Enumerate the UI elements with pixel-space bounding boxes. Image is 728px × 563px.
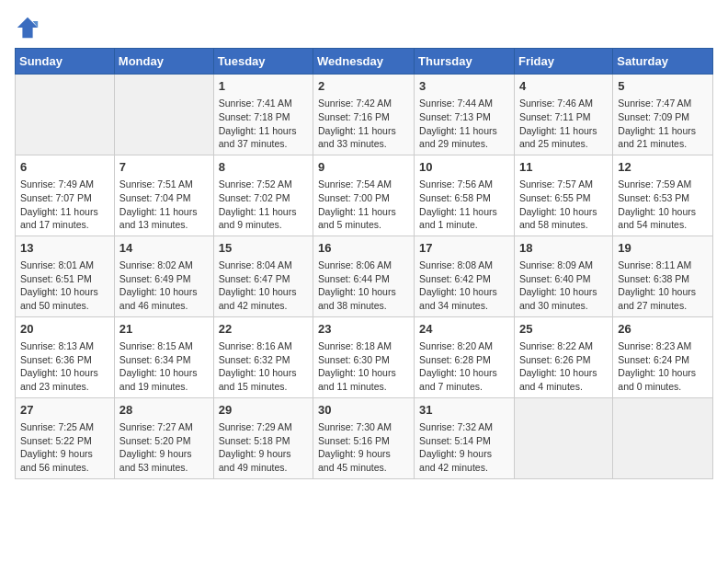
calendar-cell: 1Sunrise: 7:41 AMSunset: 7:18 PMDaylight…	[213, 75, 313, 155]
sunrise-text: Sunrise: 8:09 AM	[519, 259, 593, 270]
sunrise-text: Sunrise: 7:47 AM	[618, 98, 691, 109]
sunset-text: Sunset: 5:14 PM	[419, 435, 491, 446]
calendar-cell: 16Sunrise: 8:06 AMSunset: 6:44 PMDayligh…	[313, 236, 415, 316]
daylight-text: Daylight: 10 hours and 46 minutes.	[119, 286, 198, 311]
sunrise-text: Sunrise: 8:15 AM	[119, 340, 193, 351]
daylight-text: Daylight: 9 hours and 42 minutes.	[419, 448, 492, 473]
sunset-text: Sunset: 6:44 PM	[318, 273, 390, 284]
day-number: 27	[20, 402, 109, 419]
sunrise-text: Sunrise: 8:20 AM	[419, 340, 493, 351]
daylight-text: Daylight: 11 hours and 9 minutes.	[219, 206, 297, 231]
sunset-text: Sunset: 6:28 PM	[419, 354, 491, 365]
sunset-text: Sunset: 6:36 PM	[20, 354, 92, 365]
calendar-cell: 20Sunrise: 8:13 AMSunset: 6:36 PMDayligh…	[16, 316, 115, 397]
sunrise-text: Sunrise: 8:18 AM	[318, 340, 392, 351]
calendar-cell: 9Sunrise: 7:54 AMSunset: 7:00 PMDaylight…	[313, 155, 415, 236]
calendar-cell: 10Sunrise: 7:56 AMSunset: 6:58 PMDayligh…	[415, 155, 515, 236]
logo-icon	[15, 15, 40, 40]
daylight-text: Daylight: 11 hours and 13 minutes.	[119, 206, 198, 231]
calendar-week-row: 1Sunrise: 7:41 AMSunset: 7:18 PMDaylight…	[16, 75, 713, 155]
calendar-cell: 8Sunrise: 7:52 AMSunset: 7:02 PMDaylight…	[213, 155, 313, 236]
calendar-cell: 11Sunrise: 7:57 AMSunset: 6:55 PMDayligh…	[514, 155, 612, 236]
calendar-week-row: 6Sunrise: 7:49 AMSunset: 7:07 PMDaylight…	[16, 155, 713, 236]
calendar-cell	[613, 397, 713, 478]
daylight-text: Daylight: 11 hours and 5 minutes.	[318, 206, 396, 231]
daylight-text: Daylight: 11 hours and 33 minutes.	[318, 125, 396, 150]
sunrise-text: Sunrise: 8:01 AM	[20, 259, 94, 270]
calendar-cell: 14Sunrise: 8:02 AMSunset: 6:49 PMDayligh…	[114, 236, 213, 316]
day-number: 18	[519, 240, 608, 257]
sunrise-text: Sunrise: 8:16 AM	[219, 340, 292, 351]
day-number: 8	[219, 159, 308, 176]
calendar-cell: 5Sunrise: 7:47 AMSunset: 7:09 PMDaylight…	[613, 75, 713, 155]
calendar-table: SundayMondayTuesdayWednesdayThursdayFrid…	[15, 48, 713, 479]
sunset-text: Sunset: 7:09 PM	[618, 111, 689, 122]
day-number: 5	[618, 78, 708, 95]
sunrise-text: Sunrise: 7:41 AM	[219, 98, 292, 109]
calendar-cell: 24Sunrise: 8:20 AMSunset: 6:28 PMDayligh…	[415, 316, 515, 397]
calendar-cell: 23Sunrise: 8:18 AMSunset: 6:30 PMDayligh…	[313, 316, 415, 397]
header-row: SundayMondayTuesdayWednesdayThursdayFrid…	[16, 49, 713, 75]
daylight-text: Daylight: 11 hours and 29 minutes.	[419, 125, 497, 150]
day-number: 2	[318, 78, 409, 95]
day-number: 23	[318, 321, 409, 338]
calendar-cell: 26Sunrise: 8:23 AMSunset: 6:24 PMDayligh…	[613, 316, 713, 397]
calendar-cell: 4Sunrise: 7:46 AMSunset: 7:11 PMDaylight…	[514, 75, 612, 155]
day-number: 11	[519, 159, 608, 176]
sunrise-text: Sunrise: 8:23 AM	[618, 340, 691, 351]
sunrise-text: Sunrise: 8:22 AM	[519, 340, 593, 351]
sunset-text: Sunset: 5:18 PM	[219, 435, 290, 446]
day-number: 7	[119, 159, 209, 176]
daylight-text: Daylight: 11 hours and 1 minute.	[419, 206, 497, 231]
daylight-text: Daylight: 10 hours and 0 minutes.	[618, 367, 696, 392]
sunrise-text: Sunrise: 8:08 AM	[419, 259, 493, 270]
calendar-cell: 22Sunrise: 8:16 AMSunset: 6:32 PMDayligh…	[213, 316, 313, 397]
day-number: 17	[419, 240, 509, 257]
calendar-cell: 6Sunrise: 7:49 AMSunset: 7:07 PMDaylight…	[16, 155, 115, 236]
calendar-cell: 19Sunrise: 8:11 AMSunset: 6:38 PMDayligh…	[613, 236, 713, 316]
day-number: 4	[519, 78, 608, 95]
day-number: 24	[419, 321, 509, 338]
day-header: Monday	[114, 49, 213, 75]
day-header: Thursday	[415, 49, 515, 75]
calendar-cell: 30Sunrise: 7:30 AMSunset: 5:16 PMDayligh…	[313, 397, 415, 478]
calendar-cell: 3Sunrise: 7:44 AMSunset: 7:13 PMDaylight…	[415, 75, 515, 155]
sunset-text: Sunset: 7:11 PM	[519, 111, 591, 122]
calendar-cell	[514, 397, 612, 478]
calendar-cell: 25Sunrise: 8:22 AMSunset: 6:26 PMDayligh…	[514, 316, 612, 397]
calendar-cell: 29Sunrise: 7:29 AMSunset: 5:18 PMDayligh…	[213, 397, 313, 478]
page-header	[15, 15, 713, 40]
day-number: 25	[519, 321, 608, 338]
sunset-text: Sunset: 6:49 PM	[119, 273, 191, 284]
calendar-cell: 18Sunrise: 8:09 AMSunset: 6:40 PMDayligh…	[514, 236, 612, 316]
day-number: 22	[219, 321, 308, 338]
sunrise-text: Sunrise: 7:42 AM	[318, 98, 392, 109]
sunset-text: Sunset: 7:00 PM	[318, 192, 390, 203]
calendar-week-row: 20Sunrise: 8:13 AMSunset: 6:36 PMDayligh…	[16, 316, 713, 397]
day-number: 10	[419, 159, 509, 176]
sunset-text: Sunset: 6:34 PM	[119, 354, 191, 365]
sunset-text: Sunset: 7:16 PM	[318, 111, 390, 122]
daylight-text: Daylight: 10 hours and 54 minutes.	[618, 206, 696, 231]
daylight-text: Daylight: 9 hours and 49 minutes.	[219, 448, 291, 473]
sunset-text: Sunset: 6:26 PM	[519, 354, 591, 365]
daylight-text: Daylight: 11 hours and 21 minutes.	[618, 125, 696, 150]
daylight-text: Daylight: 10 hours and 38 minutes.	[318, 286, 396, 311]
day-number: 3	[419, 78, 509, 95]
daylight-text: Daylight: 11 hours and 25 minutes.	[519, 125, 597, 150]
sunset-text: Sunset: 6:58 PM	[419, 192, 491, 203]
daylight-text: Daylight: 9 hours and 45 minutes.	[318, 448, 391, 473]
day-number: 6	[20, 159, 109, 176]
daylight-text: Daylight: 10 hours and 34 minutes.	[419, 286, 497, 311]
day-header: Sunday	[16, 49, 115, 75]
sunrise-text: Sunrise: 7:56 AM	[419, 178, 493, 190]
sunset-text: Sunset: 7:04 PM	[119, 192, 191, 203]
sunset-text: Sunset: 5:16 PM	[318, 435, 390, 446]
day-number: 16	[318, 240, 409, 257]
day-number: 21	[119, 321, 209, 338]
logo	[15, 15, 44, 40]
day-header: Wednesday	[313, 49, 415, 75]
calendar-cell: 7Sunrise: 7:51 AMSunset: 7:04 PMDaylight…	[114, 155, 213, 236]
day-number: 1	[219, 78, 308, 95]
calendar-cell: 31Sunrise: 7:32 AMSunset: 5:14 PMDayligh…	[415, 397, 515, 478]
